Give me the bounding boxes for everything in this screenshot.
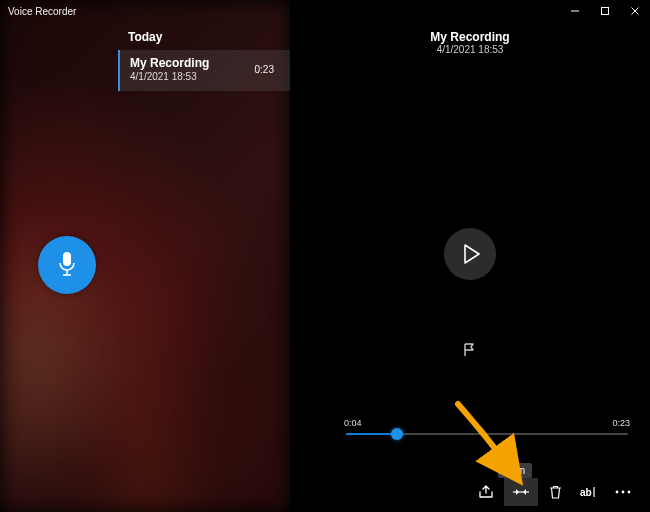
timeline-total-time: 0:23 — [612, 418, 630, 428]
add-marker-button[interactable] — [456, 336, 484, 364]
svg-marker-7 — [465, 245, 479, 263]
rename-button[interactable]: ab — [572, 478, 606, 506]
record-button[interactable] — [38, 236, 96, 294]
title-bar: Voice Recorder — [0, 0, 650, 22]
action-toolbar: Trim ab — [470, 478, 640, 506]
app-title: Voice Recorder — [0, 6, 76, 17]
svg-point-14 — [622, 491, 625, 494]
svg-point-13 — [616, 491, 619, 494]
close-button[interactable] — [620, 0, 650, 22]
list-section-header: Today — [118, 22, 290, 50]
timeline-current-time: 0:04 — [344, 418, 362, 428]
trim-tooltip: Trim — [498, 463, 532, 478]
timeline-thumb[interactable] — [391, 428, 403, 440]
play-icon — [463, 244, 481, 264]
recordings-sidebar: Today My Recording 4/1/2021 18:53 0:23 — [0, 0, 290, 512]
delete-button[interactable] — [538, 478, 572, 506]
detail-subtitle: 4/1/2021 18:53 — [290, 44, 650, 55]
recording-list-item[interactable]: My Recording 4/1/2021 18:53 0:23 — [118, 50, 290, 91]
close-icon — [630, 6, 640, 16]
more-button[interactable] — [606, 478, 640, 506]
recording-title: My Recording — [130, 56, 209, 71]
svg-marker-9 — [516, 489, 519, 495]
svg-marker-10 — [523, 489, 526, 495]
minimize-icon — [570, 6, 580, 16]
maximize-button[interactable] — [590, 0, 620, 22]
svg-text:ab: ab — [580, 487, 592, 498]
flag-icon — [462, 342, 478, 358]
rename-icon: ab — [580, 486, 598, 498]
timeline-progress — [346, 433, 397, 435]
detail-title: My Recording — [290, 30, 650, 44]
recording-duration: 0:23 — [255, 64, 280, 75]
svg-rect-4 — [63, 252, 71, 266]
ellipsis-icon — [615, 490, 631, 494]
trim-button[interactable]: Trim — [504, 478, 538, 506]
maximize-icon — [600, 6, 610, 16]
share-icon — [479, 485, 495, 499]
recording-subtitle: 4/1/2021 18:53 — [130, 71, 209, 84]
svg-rect-1 — [602, 8, 609, 15]
trash-icon — [549, 485, 562, 500]
play-button[interactable] — [444, 228, 496, 280]
svg-point-15 — [628, 491, 631, 494]
trim-icon — [512, 486, 530, 498]
playback-timeline[interactable]: 0:04 0:23 — [346, 424, 628, 444]
microphone-icon — [56, 250, 78, 280]
minimize-button[interactable] — [560, 0, 590, 22]
share-button[interactable] — [470, 478, 504, 506]
